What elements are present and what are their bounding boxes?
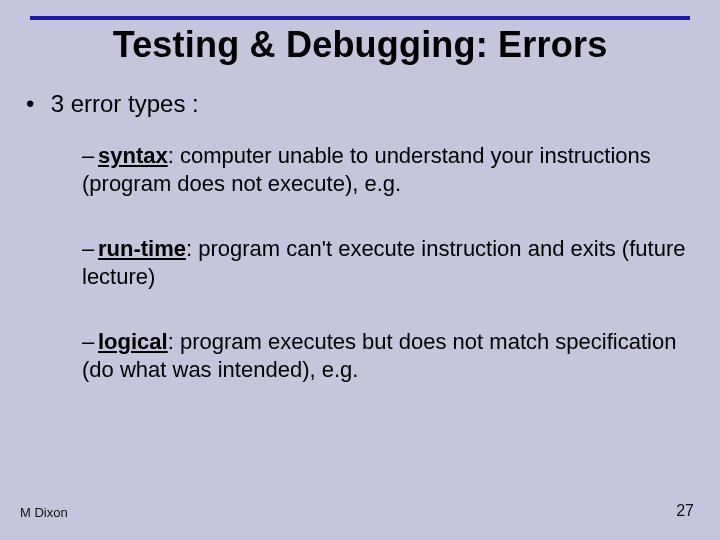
error-item: –run-time: program can't execute instruc… [82, 235, 700, 290]
title-rule [30, 16, 690, 20]
intro-bullet: • 3 error types : [20, 90, 700, 118]
error-item: –logical: program executes but does not … [82, 328, 700, 383]
footer-author: M Dixon [20, 505, 68, 520]
bullet-dot-icon: • [26, 90, 44, 118]
dash-icon: – [82, 142, 98, 170]
error-desc: : computer unable to understand your ins… [82, 143, 651, 196]
dash-icon: – [82, 328, 98, 356]
page-number: 27 [676, 502, 694, 520]
slide-title: Testing & Debugging: Errors [0, 24, 720, 66]
intro-text: 3 error types : [51, 90, 199, 117]
dash-icon: – [82, 235, 98, 263]
error-item: –syntax: computer unable to understand y… [82, 142, 700, 197]
error-term: syntax [98, 143, 168, 168]
slide-body: • 3 error types : –syntax: computer unab… [20, 90, 700, 421]
error-term: logical [98, 329, 168, 354]
error-term: run-time [98, 236, 186, 261]
error-desc: : program executes but does not match sp… [82, 329, 676, 382]
